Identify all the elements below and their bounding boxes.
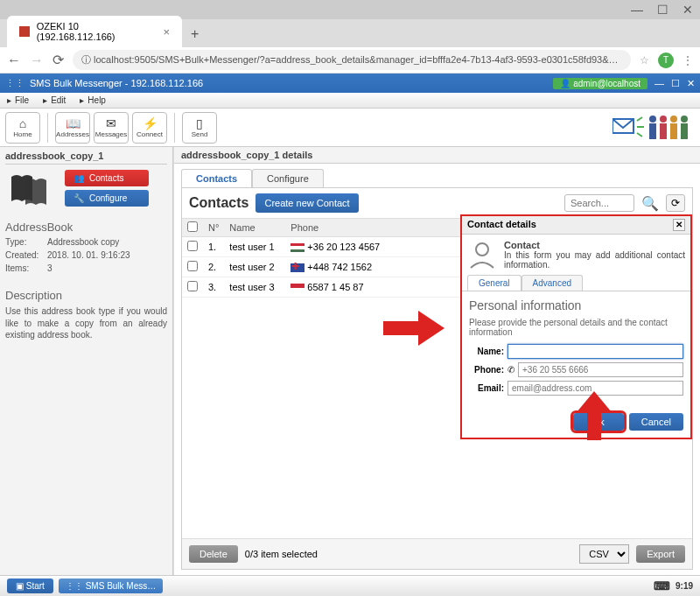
phone-icon: ▯ [196, 116, 203, 130]
phone-icon: ✆ [508, 365, 514, 375]
app-toolbar: ⌂Home 📖Addresses ✉Messages ⚡Connect ▯Sen… [0, 109, 700, 147]
addressbook-icon: 📖 [66, 116, 80, 130]
browser-toolbar: ← → ⟳ ⓘ localhost:9505/SMS+Bulk+Messenge… [0, 47, 700, 74]
email-label: Email: [469, 383, 504, 393]
search-input[interactable] [564, 194, 634, 212]
info-icon: ⓘ [81, 54, 91, 65]
main-title: addressbook_copy_1 details [174, 147, 700, 164]
popup-titlebar: Contact details ✕ [462, 216, 690, 235]
toolbar-addresses-button[interactable]: 📖Addresses [55, 112, 90, 144]
taskbar-clock: ⌨ 9:19 [654, 579, 693, 592]
menu-help[interactable]: ▸Help [76, 95, 113, 105]
svg-rect-2 [649, 123, 656, 139]
favicon-icon [19, 26, 30, 37]
home-icon: ⌂ [19, 116, 26, 130]
app-icon: ⋮⋮ [5, 78, 24, 89]
toolbar-home-button[interactable]: ⌂Home [5, 112, 40, 144]
back-icon[interactable]: ← [7, 53, 21, 68]
name-input[interactable] [508, 344, 683, 359]
row-checkbox[interactable] [187, 241, 198, 251]
user-badge[interactable]: 👤 admin@localhost [553, 78, 648, 89]
wrench-icon: 🔧 [74, 193, 84, 203]
delete-button[interactable]: Delete [189, 545, 238, 563]
popup-instruction: Please provide the personal details and … [469, 318, 683, 337]
profile-avatar[interactable]: T [658, 53, 674, 68]
contacts-panel: Contacts Create new Contact 🔍 ⟳ N° Name … [181, 187, 693, 570]
svg-point-3 [660, 116, 667, 123]
svg-rect-4 [660, 123, 667, 139]
phone-input[interactable] [518, 362, 683, 377]
create-contact-button[interactable]: Create new Contact [256, 193, 358, 213]
annotation-arrow-right [383, 311, 444, 346]
browser-tab[interactable]: OZEKI 10 (192.168.112.166) × [7, 16, 182, 47]
svg-point-9 [476, 243, 488, 256]
separator [174, 113, 175, 143]
flag-icon [290, 243, 304, 252]
left-panel-title: addressbook_copy_1 [5, 151, 167, 165]
taskbar-app-button[interactable]: ⋮⋮ SMS Bulk Mess… [59, 578, 163, 593]
browser-tab-strip: OZEKI 10 (192.168.112.166) × + [0, 19, 700, 47]
new-tab-button[interactable]: + [182, 21, 207, 47]
svg-rect-6 [670, 123, 677, 139]
app-maximize-icon[interactable]: ☐ [671, 78, 680, 89]
contacts-button[interactable]: 👥Contacts [65, 170, 149, 186]
selection-status: 0/3 item selected [245, 549, 318, 559]
menu-edit[interactable]: ▸Edit [39, 95, 73, 105]
plug-icon: ⚡ [143, 116, 158, 130]
format-select[interactable]: CSV [579, 544, 629, 564]
tab-configure[interactable]: Configure [252, 169, 324, 187]
app-menu-bar: ▸File ▸Edit ▸Help [0, 93, 700, 109]
reload-icon[interactable]: ⟳ [52, 52, 64, 68]
toolbar-connect-button[interactable]: ⚡Connect [132, 112, 167, 144]
popup-close-icon[interactable]: ✕ [673, 219, 685, 231]
separator [47, 113, 48, 143]
kv-type: Type:Addressbook copy [5, 237, 167, 247]
flag-icon [290, 284, 304, 292]
section-description: Description [5, 289, 167, 302]
menu-icon[interactable]: ⋮ [682, 54, 693, 67]
start-button[interactable]: ▣ Start [7, 578, 53, 593]
panel-footer: Delete 0/3 item selected CSV Export [182, 538, 692, 569]
configure-button[interactable]: 🔧Configure [65, 190, 149, 207]
minimize-icon[interactable]: — [631, 3, 643, 17]
maximize-icon[interactable]: ☐ [657, 3, 668, 17]
people-icon: 👥 [74, 173, 84, 183]
close-icon[interactable]: ✕ [682, 3, 693, 17]
cancel-button[interactable]: Cancel [629, 413, 683, 431]
kv-items: Items:3 [5, 263, 167, 273]
export-button[interactable]: Export [636, 545, 685, 563]
addressbook-large-icon [5, 170, 58, 208]
description-text: Use this address book type if you would … [5, 305, 167, 341]
keyboard-icon[interactable]: ⌨ [654, 579, 670, 592]
refresh-button[interactable]: ⟳ [666, 194, 685, 212]
toolbar-logo [612, 112, 691, 142]
row-checkbox[interactable] [187, 281, 198, 291]
popup-tab-general[interactable]: General [467, 275, 522, 291]
row-checkbox[interactable] [187, 261, 198, 271]
section-addressbook: AddressBook [5, 221, 167, 234]
search-icon[interactable]: 🔍 [641, 195, 659, 212]
svg-point-5 [670, 116, 677, 123]
toolbar-messages-button[interactable]: ✉Messages [94, 112, 129, 144]
address-bar[interactable]: ⓘ localhost:9505/SMS+Bulk+Messenger/?a=a… [73, 50, 631, 70]
menu-file[interactable]: ▸File [4, 95, 36, 105]
svg-point-1 [649, 116, 656, 123]
tab-close-icon[interactable]: × [163, 25, 170, 39]
contacts-heading: Contacts [189, 195, 248, 211]
main-tabstrip: Contacts Configure [174, 164, 700, 187]
app-titlebar: ⋮⋮ SMS Bulk Messenger - 192.168.112.166 … [0, 74, 700, 93]
app-close-icon[interactable]: ✕ [687, 78, 695, 89]
app-minimize-icon[interactable]: — [654, 78, 664, 88]
toolbar-send-button[interactable]: ▯Send [182, 112, 217, 144]
flag-icon [290, 263, 304, 272]
popup-tab-advanced[interactable]: Advanced [522, 275, 583, 291]
select-all-checkbox[interactable] [187, 221, 198, 232]
tab-contacts[interactable]: Contacts [181, 169, 252, 187]
svg-point-7 [681, 116, 688, 123]
bookmark-icon[interactable]: ☆ [640, 54, 649, 67]
popup-section-title: Personal information [469, 298, 683, 312]
forward-icon[interactable]: → [30, 53, 44, 68]
annotation-arrow-up [577, 391, 612, 440]
left-panel: addressbook_copy_1 👥Contacts 🔧Configure … [0, 147, 173, 575]
phone-label: Phone: [469, 365, 504, 375]
